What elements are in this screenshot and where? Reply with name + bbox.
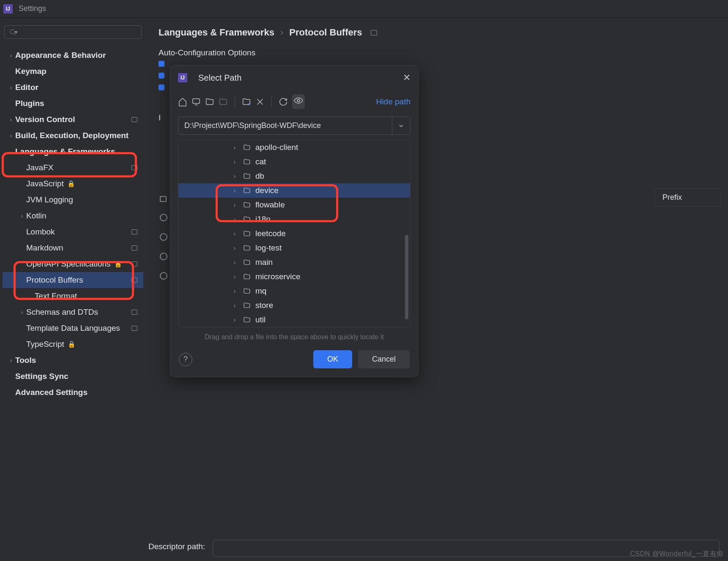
folder-row[interactable]: ›flowable: [178, 198, 410, 212]
new-folder-icon[interactable]: [242, 97, 251, 106]
close-icon[interactable]: ✕: [403, 72, 411, 83]
chevron-right-icon[interactable]: ›: [231, 187, 238, 194]
sidebar-item[interactable]: Plugins: [3, 95, 143, 112]
sidebar-item[interactable]: ⌄Languages & Frameworks: [3, 144, 143, 160]
sidebar-item[interactable]: ›Tools: [3, 352, 143, 368]
sidebar-item[interactable]: Protocol Buffers: [3, 272, 143, 288]
sidebar-item[interactable]: Lombok: [3, 224, 143, 240]
path-input[interactable]: [178, 117, 392, 135]
scrollbar-thumb[interactable]: [405, 235, 408, 319]
box-icon[interactable]: [160, 196, 167, 202]
folder-row[interactable]: ›leetcode: [178, 226, 410, 241]
chevron-down-icon: [398, 123, 405, 129]
sidebar-item-label: JavaScript: [26, 179, 64, 188]
title-bar: IJ Settings: [0, 0, 728, 18]
sidebar-item[interactable]: JavaFX: [3, 160, 143, 176]
home-icon[interactable]: [178, 97, 187, 106]
sidebar-item-label: Tools: [15, 356, 36, 365]
circle-icon[interactable]: [160, 214, 167, 221]
folder-row[interactable]: ›main: [178, 255, 410, 270]
folder-row[interactable]: ›cat: [178, 155, 410, 169]
sidebar-item[interactable]: ›Version Control: [3, 112, 143, 128]
sidebar-item-label: Advanced Settings: [15, 388, 88, 397]
circle-icon[interactable]: [160, 233, 167, 241]
chevron-down-icon[interactable]: ⌄: [7, 148, 15, 155]
sidebar-item[interactable]: Advanced Settings: [3, 384, 143, 400]
chevron-right-icon[interactable]: ›: [231, 302, 238, 309]
folder-row[interactable]: ›mq: [178, 284, 410, 298]
chevron-right-icon[interactable]: ›: [231, 316, 238, 323]
sidebar-item-label: Lombok: [26, 227, 55, 237]
sidebar-item[interactable]: ›Schemas and DTDs: [3, 304, 143, 320]
folder-row[interactable]: ›apollo-client: [178, 140, 410, 155]
watermark-text: CSDN @Wonderful_一直有你: [630, 550, 724, 558]
desktop-icon[interactable]: [192, 97, 201, 106]
folder-row[interactable]: ›i18n: [178, 212, 410, 226]
project-folder-icon[interactable]: [205, 97, 214, 106]
chevron-right-icon[interactable]: ›: [231, 245, 238, 251]
sidebar-item[interactable]: ›Editor: [3, 79, 143, 95]
path-dropdown-button[interactable]: [392, 117, 411, 135]
folder-icon: [243, 230, 251, 237]
chevron-right-icon[interactable]: ›: [18, 212, 26, 219]
scope-indicator-icon: [131, 278, 137, 283]
ok-button[interactable]: OK: [313, 350, 352, 368]
chevron-right-icon[interactable]: ›: [7, 357, 15, 364]
help-icon[interactable]: ?: [179, 353, 192, 366]
folder-row[interactable]: ›util: [178, 313, 410, 327]
sidebar-item[interactable]: TypeScript🔒: [3, 336, 143, 352]
refresh-icon[interactable]: [279, 97, 288, 106]
chevron-right-icon[interactable]: ›: [231, 158, 238, 165]
search-input[interactable]: ▾: [4, 25, 142, 39]
sidebar-item[interactable]: ›Kotlin: [3, 208, 143, 224]
sidebar-item[interactable]: JVM Logging: [3, 192, 143, 208]
sidebar-item[interactable]: Settings Sync: [3, 368, 143, 384]
checkbox-option[interactable]: [159, 73, 164, 79]
sidebar-item[interactable]: JavaScript🔒: [3, 176, 143, 192]
scope-indicator-icon: [131, 310, 137, 315]
sidebar-item-label: OpenAPI Specifications: [26, 259, 111, 269]
folder-row[interactable]: ›log-test: [178, 241, 410, 255]
folder-tree[interactable]: ›apollo-client›cat›db›device›flowable›i1…: [178, 140, 411, 327]
window-title: Settings: [19, 4, 46, 13]
sidebar-item[interactable]: Template Data Languages: [3, 320, 143, 336]
show-hidden-icon[interactable]: [292, 94, 305, 109]
cancel-button[interactable]: Cancel: [358, 350, 410, 368]
folder-row[interactable]: ›db: [178, 169, 410, 183]
chevron-right-icon[interactable]: ›: [231, 230, 238, 237]
chevron-right-icon[interactable]: ›: [231, 144, 238, 151]
chevron-right-icon[interactable]: ›: [7, 116, 15, 123]
circle-icon[interactable]: [160, 272, 167, 280]
sidebar-item[interactable]: OpenAPI Specifications🔒: [3, 256, 143, 272]
checkbox-option[interactable]: [159, 84, 164, 90]
hide-path-link[interactable]: Hide path: [376, 97, 411, 106]
folder-row[interactable]: ›device: [178, 183, 410, 198]
chevron-right-icon[interactable]: ›: [231, 216, 238, 223]
checkbox-option[interactable]: [159, 61, 164, 67]
sidebar-item[interactable]: Text Format: [3, 288, 143, 304]
chevron-right-icon[interactable]: ›: [7, 132, 15, 139]
circle-icon[interactable]: [160, 253, 167, 260]
chevron-right-icon[interactable]: ›: [231, 288, 238, 294]
breadcrumb-parent[interactable]: Languages & Frameworks: [159, 27, 274, 38]
chevron-right-icon[interactable]: ›: [231, 259, 238, 266]
dialog-toolbar: Hide path: [170, 90, 418, 114]
chevron-right-icon[interactable]: ›: [7, 84, 15, 91]
sidebar-item[interactable]: Keymap: [3, 63, 143, 79]
folder-icon: [243, 172, 251, 180]
sidebar-item[interactable]: Markdown: [3, 240, 143, 256]
module-folder-icon[interactable]: [219, 97, 228, 106]
scope-indicator-icon: [131, 165, 137, 170]
chevron-right-icon[interactable]: ›: [231, 273, 238, 280]
folder-row[interactable]: ›store: [178, 298, 410, 313]
chevron-right-icon[interactable]: ›: [18, 309, 26, 316]
sidebar-item-label: Template Data Languages: [26, 324, 120, 333]
delete-icon[interactable]: [255, 97, 265, 106]
sidebar-item[interactable]: ›Build, Execution, Deployment: [3, 128, 143, 144]
chevron-right-icon[interactable]: ›: [231, 202, 238, 208]
chevron-right-icon[interactable]: ›: [231, 173, 238, 180]
folder-name: flowable: [255, 200, 285, 210]
folder-row[interactable]: ›microservice: [178, 270, 410, 284]
sidebar-item[interactable]: ›Appearance & Behavior: [3, 47, 143, 63]
chevron-right-icon[interactable]: ›: [7, 52, 15, 59]
